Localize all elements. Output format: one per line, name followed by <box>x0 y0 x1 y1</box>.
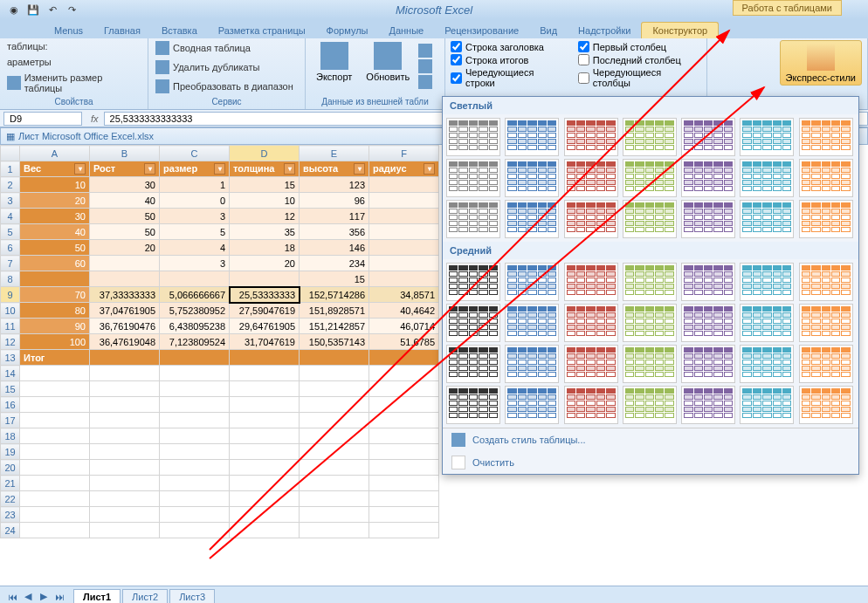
row-header-7[interactable]: 7 <box>1 256 20 271</box>
ribbon-tab-надстройки[interactable]: Надстройки <box>568 23 641 38</box>
filter-icon[interactable]: ▾ <box>354 163 365 175</box>
cell[interactable]: 5,752380952 <box>160 303 230 319</box>
cell[interactable] <box>300 476 369 491</box>
table-style-thumb[interactable] <box>799 200 853 238</box>
cell[interactable] <box>90 366 160 381</box>
ext-icon-1[interactable] <box>418 44 432 58</box>
clear-style-button[interactable]: Очистить <box>443 451 858 474</box>
cell[interactable] <box>300 460 369 476</box>
filter-icon[interactable]: ▾ <box>214 163 225 175</box>
col-header-B[interactable]: B <box>90 146 160 161</box>
cell[interactable]: 50 <box>90 224 160 240</box>
col-header-C[interactable]: C <box>160 146 230 161</box>
cell[interactable] <box>369 224 439 240</box>
cell[interactable] <box>20 491 90 507</box>
table-header-cell[interactable]: высота▾ <box>300 161 369 177</box>
table-style-thumb[interactable] <box>740 304 794 342</box>
table-style-thumb[interactable] <box>505 386 559 424</box>
col-header-E[interactable]: E <box>300 146 369 161</box>
filter-icon[interactable]: ▾ <box>144 163 155 175</box>
cell[interactable]: 25,53333333 <box>230 287 300 303</box>
cell[interactable]: 4 <box>160 240 230 256</box>
cell[interactable]: 96 <box>300 193 369 209</box>
table-style-thumb[interactable] <box>799 386 853 424</box>
row-header-13[interactable]: 13 <box>1 350 20 366</box>
cell[interactable] <box>20 428 90 444</box>
table-style-thumb[interactable] <box>623 159 677 197</box>
table-style-thumb[interactable] <box>505 304 559 342</box>
table-style-thumb[interactable] <box>740 200 794 238</box>
cell[interactable]: 37,33333333 <box>90 287 160 303</box>
tab-nav-first[interactable]: ⏮ <box>5 590 19 604</box>
total-cell[interactable]: Итог <box>20 350 90 366</box>
pivot-table-button[interactable]: Сводная таблица <box>154 40 300 56</box>
cell[interactable] <box>20 271 90 287</box>
row-header-14[interactable]: 14 <box>1 366 20 381</box>
cell[interactable] <box>160 507 230 523</box>
cell[interactable]: 18 <box>230 240 300 256</box>
table-header-cell[interactable]: Вес▾ <box>20 161 90 177</box>
cell[interactable] <box>300 428 369 444</box>
row-header-22[interactable]: 22 <box>1 491 20 507</box>
cell[interactable] <box>300 491 369 507</box>
select-all-corner[interactable] <box>1 146 20 161</box>
row-header-19[interactable]: 19 <box>1 444 20 460</box>
first-col-check[interactable]: Первый столбец <box>578 40 701 53</box>
cell[interactable]: 15 <box>300 271 369 287</box>
table-style-thumb[interactable] <box>564 118 618 156</box>
cell[interactable] <box>369 271 439 287</box>
row-header-16[interactable]: 16 <box>1 397 20 413</box>
cell[interactable]: 0 <box>160 193 230 209</box>
cell[interactable]: 10 <box>20 177 90 193</box>
name-box[interactable]: D9 <box>3 112 82 126</box>
cell[interactable]: 117 <box>300 209 369 224</box>
cell[interactable] <box>369 256 439 271</box>
table-style-thumb[interactable] <box>740 263 794 301</box>
table-header-cell[interactable]: Рост▾ <box>90 161 160 177</box>
table-style-thumb[interactable] <box>446 118 500 156</box>
cell[interactable] <box>369 476 439 491</box>
row-header-23[interactable]: 23 <box>1 507 20 523</box>
cell[interactable] <box>369 444 439 460</box>
cell[interactable] <box>369 523 439 538</box>
save-icon[interactable]: 💾 <box>26 3 40 17</box>
cell[interactable] <box>230 428 300 444</box>
cell[interactable]: 50 <box>90 209 160 224</box>
cell[interactable]: 151,8928571 <box>300 303 369 319</box>
cell[interactable]: 30 <box>90 177 160 193</box>
row-header-12[interactable]: 12 <box>1 334 20 350</box>
row-header-10[interactable]: 10 <box>1 303 20 319</box>
row-header-18[interactable]: 18 <box>1 428 20 444</box>
cell[interactable]: 90 <box>20 319 90 334</box>
cell[interactable]: 40 <box>90 193 160 209</box>
cell[interactable] <box>369 491 439 507</box>
col-header-D[interactable]: D <box>230 146 300 161</box>
cell[interactable] <box>230 491 300 507</box>
filter-icon[interactable]: ▾ <box>424 163 435 175</box>
cell[interactable] <box>20 460 90 476</box>
cell[interactable] <box>20 444 90 460</box>
fx-icon[interactable]: fx <box>86 113 104 124</box>
ext-icon-3[interactable] <box>418 75 432 89</box>
ribbon-tab-формулы[interactable]: Формулы <box>316 23 379 38</box>
table-style-thumb[interactable] <box>799 118 853 156</box>
row-header-1[interactable]: 1 <box>1 161 20 177</box>
row-header-21[interactable]: 21 <box>1 476 20 491</box>
cell[interactable] <box>20 413 90 428</box>
ext-icon-2[interactable] <box>418 59 432 73</box>
row-header-20[interactable]: 20 <box>1 460 20 476</box>
cell[interactable] <box>160 397 230 413</box>
context-tab[interactable]: Работа с таблицами <box>733 0 842 16</box>
cell[interactable] <box>90 491 160 507</box>
table-style-thumb[interactable] <box>681 304 735 342</box>
cell[interactable] <box>90 256 160 271</box>
total-row-check[interactable]: Строка итогов <box>451 53 566 66</box>
row-header-3[interactable]: 3 <box>1 193 20 209</box>
col-header-A[interactable]: A <box>20 146 90 161</box>
cell[interactable] <box>160 271 230 287</box>
row-header-9[interactable]: 9 <box>1 287 20 303</box>
table-header-cell[interactable]: радиус▾ <box>369 161 439 177</box>
cell[interactable]: 60 <box>20 256 90 271</box>
remove-dupes-button[interactable]: Удалить дубликаты <box>154 59 300 75</box>
cell[interactable]: 15 <box>230 177 300 193</box>
